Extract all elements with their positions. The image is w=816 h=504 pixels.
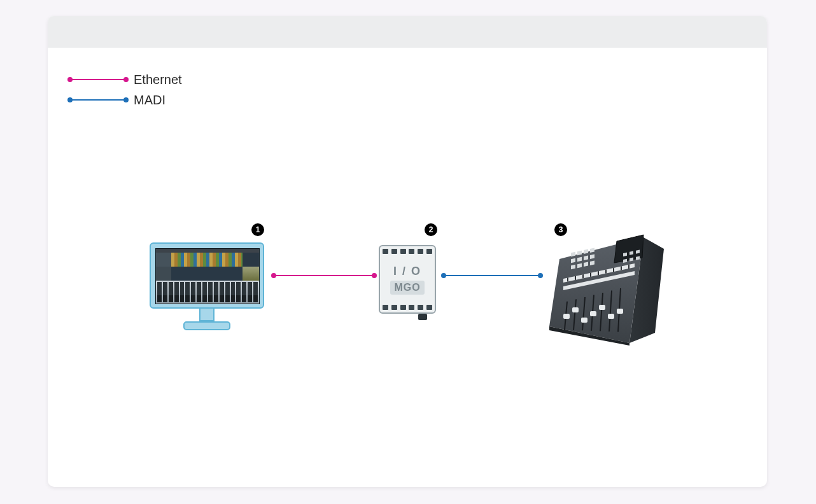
connection-ethernet <box>274 275 374 276</box>
connection-madi <box>444 275 540 276</box>
console-icon <box>548 218 669 346</box>
monitor-stand-neck <box>199 309 215 321</box>
monitor-bezel <box>150 242 264 309</box>
connection-dot <box>271 273 276 278</box>
svg-rect-36 <box>581 318 587 323</box>
node-badge-2: 2 <box>425 223 437 236</box>
svg-rect-19 <box>575 276 576 280</box>
diagram-card: Ethernet MADI 1 <box>48 16 767 487</box>
svg-rect-39 <box>608 314 614 319</box>
connection-dot <box>372 273 377 278</box>
node-badge-1: 1 <box>251 223 264 236</box>
svg-rect-34 <box>563 314 570 319</box>
node-mixing-console <box>548 218 669 346</box>
svg-rect-26 <box>628 265 630 269</box>
io-line-1: I / O <box>393 265 421 278</box>
svg-rect-18 <box>567 277 568 281</box>
svg-rect-25 <box>621 266 622 270</box>
svg-rect-20 <box>582 274 584 278</box>
svg-rect-37 <box>590 311 596 316</box>
svg-rect-38 <box>599 305 605 310</box>
svg-rect-22 <box>598 271 599 275</box>
node-monitor-workstation <box>150 242 264 337</box>
io-ports-bottom <box>383 305 432 310</box>
svg-rect-23 <box>605 269 607 273</box>
svg-rect-40 <box>617 309 623 314</box>
svg-rect-35 <box>572 307 579 312</box>
connection-dot <box>538 273 543 278</box>
io-frame: I / O MGO <box>379 245 436 314</box>
monitor-screen <box>155 248 260 304</box>
io-line-2: MGO <box>390 281 424 295</box>
node-io-interface: I / O MGO <box>379 245 436 319</box>
io-ports-top <box>383 249 432 254</box>
monitor-stand-base <box>183 321 230 330</box>
io-connector <box>418 314 427 320</box>
diagram-canvas: 1 <box>48 16 767 487</box>
connection-dot <box>441 273 446 278</box>
svg-rect-24 <box>613 268 614 272</box>
svg-rect-21 <box>590 273 591 277</box>
